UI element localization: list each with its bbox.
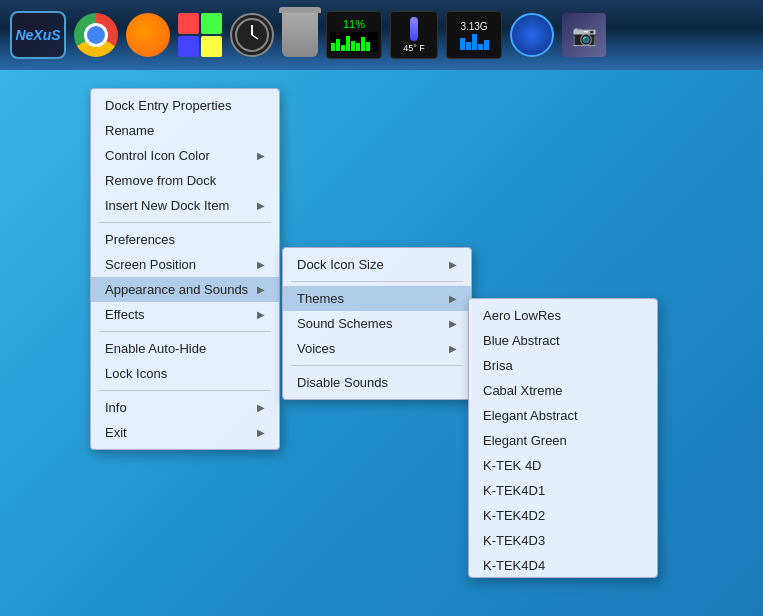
separator [99, 390, 271, 391]
context-menu-themes: Aero LowRes Blue Abstract Brisa Cabal Xt… [468, 298, 658, 578]
theme-item-blue-abstract[interactable]: Blue Abstract [469, 328, 657, 353]
separator [291, 281, 463, 282]
menu-item-screen-position[interactable]: Screen Position ▶ [91, 252, 279, 277]
trash-icon [282, 13, 318, 57]
hdd-label: 3.13G [460, 21, 487, 32]
theme-item-ktek4d3[interactable]: K-TEK4D3 [469, 528, 657, 553]
theme-item-brisa[interactable]: Brisa [469, 353, 657, 378]
menu-item-themes[interactable]: Themes ▶ [283, 286, 471, 311]
dock-item-temperature[interactable]: 45° F [390, 11, 438, 59]
nexus-icon: NeXuS [10, 11, 66, 59]
menu-item-exit[interactable]: Exit ▶ [91, 420, 279, 445]
firefox-icon [126, 13, 170, 57]
globe-icon [510, 13, 554, 57]
temp-label: 45° F [403, 43, 425, 53]
theme-item-elegant-abstract[interactable]: Elegant Abstract [469, 403, 657, 428]
dock-item-clock[interactable] [230, 13, 274, 57]
menu-item-preferences[interactable]: Preferences [91, 227, 279, 252]
menu-item-effects[interactable]: Effects ▶ [91, 302, 279, 327]
dock-item-globe[interactable] [510, 13, 554, 57]
theme-item-cabal-xtreme[interactable]: Cabal Xtreme [469, 378, 657, 403]
theme-item-ktek4d4[interactable]: K-TEK4D4 [469, 553, 657, 578]
arrow-icon: ▶ [257, 309, 265, 320]
menu-item-insert-new-dock-item[interactable]: Insert New Dock Item ▶ [91, 193, 279, 218]
clock-icon [230, 13, 274, 57]
menu-item-appearance-and-sounds[interactable]: Appearance and Sounds ▶ [91, 277, 279, 302]
windows-icon [178, 13, 222, 57]
arrow-icon: ▶ [257, 150, 265, 161]
menu-item-info[interactable]: Info ▶ [91, 395, 279, 420]
menu-item-enable-auto-hide[interactable]: Enable Auto-Hide [91, 336, 279, 361]
dock-item-nexus[interactable]: NeXuS [10, 11, 66, 59]
menu-item-control-icon-color[interactable]: Control Icon Color ▶ [91, 143, 279, 168]
menu-item-dock-icon-size[interactable]: Dock Icon Size ▶ [283, 252, 471, 277]
chrome-icon [74, 13, 118, 57]
arrow-icon: ▶ [449, 293, 457, 304]
arrow-icon: ▶ [257, 402, 265, 413]
arrow-icon: ▶ [449, 343, 457, 354]
dock-item-cpu[interactable]: 11% [326, 11, 382, 59]
menu-item-rename[interactable]: Rename [91, 118, 279, 143]
menu-item-dock-entry-properties[interactable]: Dock Entry Properties [91, 93, 279, 118]
theme-item-elegant-green[interactable]: Elegant Green [469, 428, 657, 453]
temperature-widget: 45° F [390, 11, 438, 59]
arrow-icon: ▶ [257, 427, 265, 438]
arrow-icon: ▶ [257, 284, 265, 295]
menu-item-sound-schemes[interactable]: Sound Schemes ▶ [283, 311, 471, 336]
arrow-icon: ▶ [257, 259, 265, 270]
arrow-icon: ▶ [449, 318, 457, 329]
hdd-widget: 3.13G [446, 11, 502, 59]
context-menu-appearance-sounds: Dock Icon Size ▶ Themes ▶ Sound Schemes … [282, 247, 472, 400]
cpu-widget: 11% [326, 11, 382, 59]
dock-item-hdd[interactable]: 3.13G [446, 11, 502, 59]
menu-item-voices[interactable]: Voices ▶ [283, 336, 471, 361]
dock-item-photo[interactable]: 📷 [562, 13, 606, 57]
theme-item-ktek4d[interactable]: K-TEK 4D [469, 453, 657, 478]
separator [291, 365, 463, 366]
arrow-icon: ▶ [257, 200, 265, 211]
dock-item-chrome[interactable] [74, 13, 118, 57]
dock: NeXuS 11% [0, 0, 763, 70]
arrow-icon: ▶ [449, 259, 457, 270]
menu-item-disable-sounds[interactable]: Disable Sounds [283, 370, 471, 395]
menu-item-lock-icons[interactable]: Lock Icons [91, 361, 279, 386]
separator [99, 331, 271, 332]
dock-item-firefox[interactable] [126, 13, 170, 57]
context-menu-main: Dock Entry Properties Rename Control Ico… [90, 88, 280, 450]
separator [99, 222, 271, 223]
dock-item-windows[interactable] [178, 13, 222, 57]
theme-item-ktek4d2[interactable]: K-TEK4D2 [469, 503, 657, 528]
theme-item-ktek4d1[interactable]: K-TEK4D1 [469, 478, 657, 503]
dock-item-trash[interactable] [282, 13, 318, 57]
cpu-label: 11% [343, 18, 365, 30]
theme-item-aero-lowres[interactable]: Aero LowRes [469, 303, 657, 328]
photo-icon: 📷 [562, 13, 606, 57]
menu-item-remove-from-dock[interactable]: Remove from Dock [91, 168, 279, 193]
